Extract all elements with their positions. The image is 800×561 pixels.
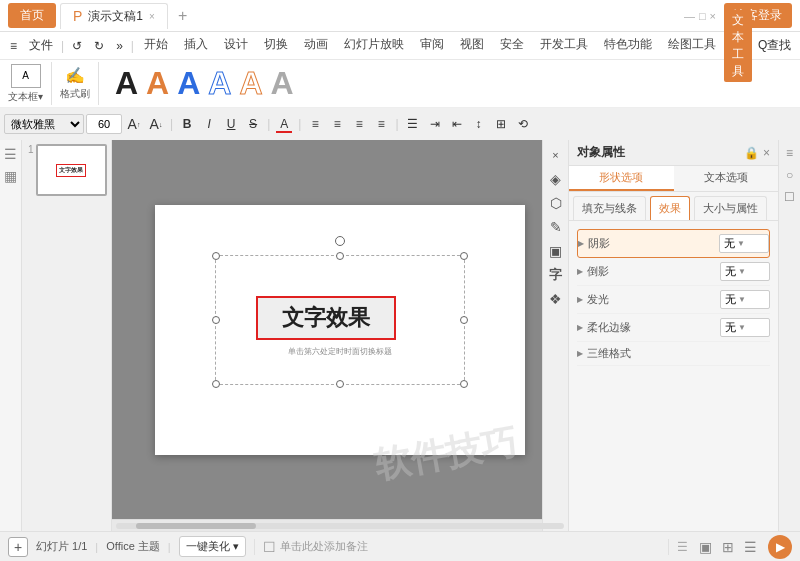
- text-sample-blue[interactable]: A: [177, 65, 200, 102]
- menu-review[interactable]: 审阅: [412, 34, 452, 57]
- align-center-button[interactable]: ≡: [327, 114, 347, 134]
- panel-tab-shape[interactable]: 形状选项: [569, 166, 674, 191]
- new-tab-button[interactable]: +: [172, 7, 193, 25]
- decrease-font-button[interactable]: A↓: [146, 114, 166, 134]
- outdent-button[interactable]: ⇤: [447, 114, 467, 134]
- tool-effects-icon[interactable]: ⬡: [545, 192, 567, 214]
- strikethrough-button[interactable]: S: [243, 114, 263, 134]
- note-placeholder[interactable]: 单击此处添加备注: [280, 539, 368, 554]
- menu-special[interactable]: 特色功能: [596, 34, 660, 57]
- bold-button[interactable]: B: [177, 114, 197, 134]
- handle-bottom-left[interactable]: [212, 380, 220, 388]
- add-slide-button[interactable]: +: [8, 537, 28, 557]
- align-left-button[interactable]: ≡: [305, 114, 325, 134]
- menu-switch[interactable]: 切换: [256, 34, 296, 57]
- menu-animate[interactable]: 动画: [296, 34, 336, 57]
- menu-start[interactable]: 开始: [136, 34, 176, 57]
- menu-search[interactable]: Q查找: [752, 35, 797, 56]
- h-scroll-track[interactable]: [116, 523, 564, 529]
- doc-tab[interactable]: P 演示文稿1 ×: [60, 3, 168, 29]
- rotate-handle[interactable]: [335, 236, 345, 246]
- indent-button[interactable]: ⇥: [425, 114, 445, 134]
- rp-icon-3[interactable]: ☐: [782, 188, 797, 206]
- text-sample-outline-blue[interactable]: A: [208, 65, 231, 102]
- menu-more[interactable]: »: [110, 37, 129, 55]
- font-name-select[interactable]: 微软雅黑: [4, 114, 84, 134]
- text-effect-box[interactable]: 文字效果: [256, 296, 396, 340]
- menu-redo[interactable]: ↻: [88, 37, 110, 55]
- panel-subtab-fill[interactable]: 填充与线条: [573, 196, 646, 220]
- sidebar-outline-icon[interactable]: ☰: [2, 144, 19, 164]
- menu-dev[interactable]: 开发工具: [532, 34, 596, 57]
- home-tab[interactable]: 首页: [8, 3, 56, 28]
- menu-security[interactable]: 安全: [492, 34, 532, 57]
- text-direction-button[interactable]: ⟲: [513, 114, 533, 134]
- tool-crop-icon[interactable]: ▣: [545, 240, 567, 262]
- handle-top-center[interactable]: [336, 252, 344, 260]
- panel-subtab-size[interactable]: 大小与属性: [694, 196, 767, 220]
- menu-file[interactable]: 文件: [23, 35, 59, 56]
- handle-top-left[interactable]: [212, 252, 220, 260]
- handle-middle-left[interactable]: [212, 316, 220, 324]
- text-sample-normal[interactable]: A: [115, 65, 138, 102]
- glow-expand-icon[interactable]: ▶: [577, 295, 583, 304]
- line-spacing-button[interactable]: ↕: [469, 114, 489, 134]
- format-brush-label[interactable]: 格式刷: [60, 87, 90, 101]
- doc-close-icon[interactable]: ×: [149, 11, 155, 22]
- menu-hamburger[interactable]: ≡: [4, 37, 23, 55]
- menu-slideshow[interactable]: 幻灯片放映: [336, 34, 412, 57]
- font-color-button[interactable]: A: [274, 114, 294, 134]
- slide-canvas[interactable]: 文字效果 单击第六处定时时面切换标题: [155, 205, 525, 455]
- panel-lock-button[interactable]: 🔒: [744, 146, 759, 160]
- beautify-button[interactable]: 一键美化 ▾: [179, 536, 246, 557]
- play-button[interactable]: ▶: [768, 535, 792, 559]
- text-frame-icon[interactable]: A: [11, 64, 41, 88]
- h-scrollbar[interactable]: [112, 519, 568, 531]
- menu-insert[interactable]: 插入: [176, 34, 216, 57]
- view-grid-button[interactable]: ⊞: [719, 538, 737, 556]
- panel-close-button[interactable]: ×: [763, 146, 770, 160]
- status-icon-list[interactable]: ☰: [677, 540, 688, 554]
- handle-middle-right[interactable]: [460, 316, 468, 324]
- tool-misc-icon[interactable]: ❖: [545, 288, 567, 310]
- rp-icon-2[interactable]: ○: [784, 166, 795, 184]
- tool-layers-icon[interactable]: ◈: [545, 168, 567, 190]
- menu-draw[interactable]: 绘图工具: [660, 34, 724, 57]
- reflection-expand-icon[interactable]: ▶: [577, 267, 583, 276]
- align-right-button[interactable]: ≡: [349, 114, 369, 134]
- 3d-expand-icon[interactable]: ▶: [577, 349, 583, 358]
- soft-edges-expand-icon[interactable]: ▶: [577, 323, 583, 332]
- shadow-expand-icon[interactable]: ▶: [578, 239, 584, 248]
- handle-top-right[interactable]: [460, 252, 468, 260]
- text-box-container[interactable]: 文字效果 单击第六处定时时面切换标题: [215, 255, 465, 385]
- glow-select[interactable]: 无 ▼: [720, 290, 770, 309]
- handle-bottom-right[interactable]: [460, 380, 468, 388]
- menu-undo[interactable]: ↺: [66, 37, 88, 55]
- rp-icon-1[interactable]: ≡: [784, 144, 795, 162]
- text-sample-outline-orange[interactable]: A: [239, 65, 262, 102]
- text-frame-label[interactable]: 文本框▾: [8, 90, 43, 104]
- font-size-input[interactable]: [86, 114, 122, 134]
- reflection-select[interactable]: 无 ▼: [720, 262, 770, 281]
- note-area[interactable]: ☐ 单击此处添加备注: [254, 539, 669, 555]
- panel-subtab-effects[interactable]: 效果: [650, 196, 690, 220]
- slide-thumbnail-1[interactable]: 文字效果: [36, 144, 107, 196]
- shadow-select[interactable]: 无 ▼: [719, 234, 769, 253]
- columns-button[interactable]: ⊞: [491, 114, 511, 134]
- soft-edges-select[interactable]: 无 ▼: [720, 318, 770, 337]
- tool-text-icon[interactable]: 字: [545, 264, 567, 286]
- view-normal-button[interactable]: ▣: [696, 538, 715, 556]
- menu-view[interactable]: 视图: [452, 34, 492, 57]
- handle-bottom-center[interactable]: [336, 380, 344, 388]
- format-brush-icon[interactable]: ✍: [65, 66, 85, 85]
- menu-text-tools[interactable]: 文本工具: [724, 10, 752, 82]
- view-reading-button[interactable]: ☰: [741, 538, 760, 556]
- tool-close-button[interactable]: ×: [545, 144, 567, 166]
- justify-button[interactable]: ≡: [371, 114, 391, 134]
- underline-button[interactable]: U: [221, 114, 241, 134]
- menu-design[interactable]: 设计: [216, 34, 256, 57]
- sidebar-slides-icon[interactable]: ▦: [2, 166, 19, 186]
- text-sample-orange[interactable]: A: [146, 65, 169, 102]
- list-button[interactable]: ☰: [403, 114, 423, 134]
- tool-edit-icon[interactable]: ✎: [545, 216, 567, 238]
